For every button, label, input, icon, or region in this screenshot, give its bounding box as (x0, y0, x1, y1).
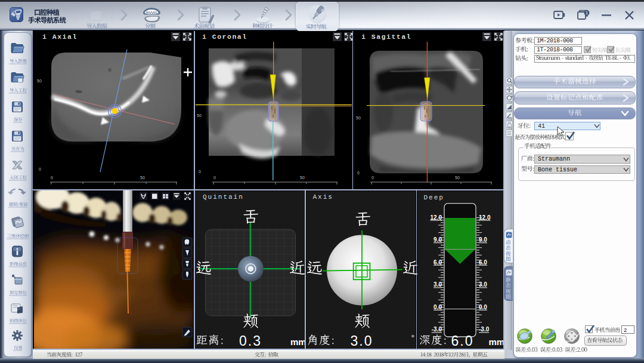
svg-text:50: 50 (356, 116, 361, 120)
svg-text:1: 1 (586, 10, 588, 16)
svg-text:6.0: 6.0 (479, 259, 487, 266)
svg-text:0.0: 0.0 (479, 304, 487, 310)
svg-text:9.0: 9.0 (479, 236, 487, 243)
svg-text:0: 0 (39, 167, 41, 171)
svg-text:50: 50 (140, 176, 145, 180)
svg-text:50: 50 (455, 176, 460, 180)
svg-text:0: 0 (371, 176, 374, 180)
svg-text:12.0: 12.0 (430, 214, 442, 221)
svg-text:9.0: 9.0 (434, 236, 442, 243)
svg-text:6.0: 6.0 (434, 259, 442, 266)
svg-text:0: 0 (51, 176, 53, 180)
svg-text:3.0: 3.0 (434, 281, 442, 288)
svg-text:50: 50 (37, 79, 42, 83)
svg-text:0: 0 (357, 171, 360, 175)
svg-text:12.0: 12.0 (479, 214, 491, 221)
svg-text:50: 50 (300, 176, 305, 180)
svg-text:0: 0 (213, 176, 216, 180)
svg-text:-3.0: -3.0 (479, 326, 490, 333)
svg-text:-3.0: -3.0 (431, 326, 442, 333)
svg-text:0.0: 0.0 (434, 304, 442, 310)
svg-text:50: 50 (197, 113, 202, 118)
svg-text:3.0: 3.0 (479, 281, 487, 288)
svg-text:0: 0 (199, 170, 201, 174)
